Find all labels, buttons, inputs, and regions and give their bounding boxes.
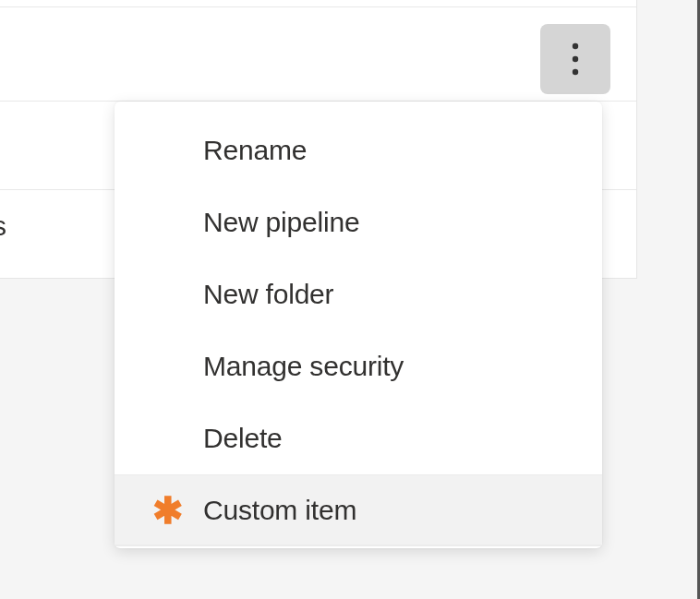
menu-item-custom-item[interactable]: ✱ Custom item <box>115 474 602 546</box>
panel-row <box>0 0 636 7</box>
menu-item-new-folder[interactable]: New folder <box>115 258 602 330</box>
more-options-button[interactable] <box>540 24 610 94</box>
menu-item-new-pipeline[interactable]: New pipeline <box>115 186 602 258</box>
vertical-dots-icon <box>572 42 579 76</box>
svg-point-0 <box>573 43 578 49</box>
svg-point-2 <box>573 69 578 75</box>
menu-item-rename[interactable]: Rename <box>115 114 602 186</box>
menu-item-label: Delete <box>203 423 283 454</box>
partial-text: s <box>0 210 6 242</box>
menu-item-label: Rename <box>203 135 307 166</box>
menu-item-label: New pipeline <box>203 207 359 238</box>
menu-item-delete[interactable]: Delete <box>115 402 602 474</box>
menu-item-label: Manage security <box>203 351 404 382</box>
menu-item-manage-security[interactable]: Manage security <box>115 330 602 402</box>
menu-item-label: Custom item <box>203 495 356 526</box>
panel-row <box>0 7 636 102</box>
star-icon: ✱ <box>151 494 185 527</box>
svg-point-1 <box>573 56 578 62</box>
menu-item-label: New folder <box>203 279 333 310</box>
context-menu: Rename New pipeline New folder Manage se… <box>115 102 602 548</box>
